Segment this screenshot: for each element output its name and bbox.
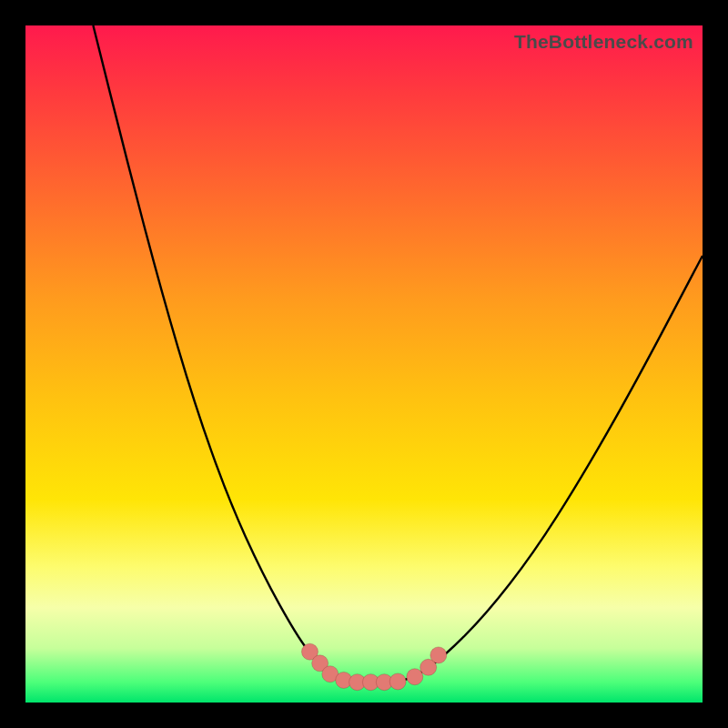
- chart-frame: TheBottleneck.com: [0, 0, 728, 728]
- marker-group: [301, 643, 446, 690]
- left-curve: [93, 25, 364, 682]
- curve-layer: [25, 25, 703, 703]
- data-marker: [430, 647, 447, 663]
- plot-area: TheBottleneck.com: [25, 25, 703, 703]
- data-marker: [407, 669, 423, 685]
- data-marker: [389, 673, 406, 690]
- right-curve: [364, 256, 703, 682]
